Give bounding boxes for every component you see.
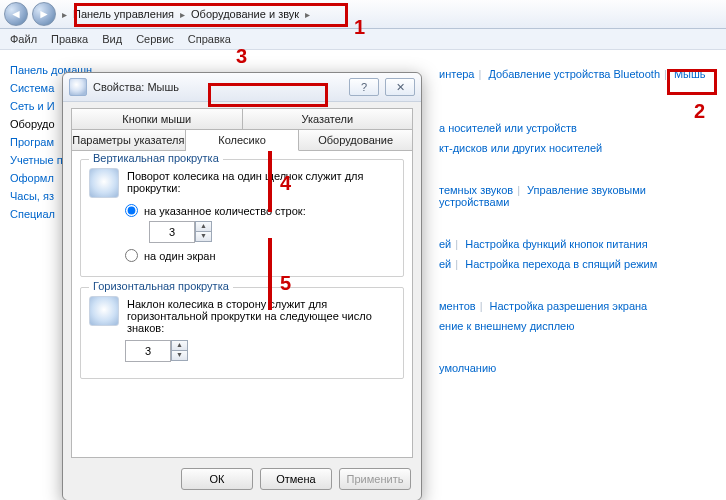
spin-up-icon[interactable]: ▲	[195, 221, 212, 232]
radio-lines-label: на указанное количество строк:	[144, 205, 306, 217]
close-button[interactable]: ✕	[385, 78, 415, 96]
link-system-sounds[interactable]: темных звуков	[439, 184, 513, 196]
tab-buttons[interactable]: Кнопки мыши	[71, 108, 243, 130]
ok-button[interactable]: ОК	[181, 468, 253, 490]
tab-strip: Кнопки мыши Указатели Параметры указател…	[63, 102, 421, 151]
breadcrumb-bar: ◄ ► ▸ Панель управления ▸ Оборудование и…	[0, 0, 726, 29]
breadcrumb-sep-icon: ▸	[178, 9, 187, 20]
chars-spin-input[interactable]	[125, 340, 171, 362]
horizontal-scroll-group: Горизонтальная прокрутка Наклон колесика…	[80, 287, 404, 379]
dialog-title: Свойства: Мышь	[93, 81, 343, 93]
breadcrumb-item-control-panel[interactable]: Панель управления	[73, 8, 174, 20]
link-mouse[interactable]: Мышь	[674, 68, 706, 80]
tab-pointer-options[interactable]: Параметры указателя	[71, 130, 186, 151]
nav-back-icon[interactable]: ◄	[4, 2, 28, 26]
vertical-scroll-desc: Поворот колесика на один щелчок служит д…	[127, 168, 395, 194]
tab-wheel[interactable]: Колесико	[186, 130, 300, 151]
wheel-icon	[89, 168, 119, 198]
menu-file[interactable]: Файл	[10, 33, 37, 45]
nav-forward-icon[interactable]: ►	[32, 2, 56, 26]
spin-down-icon[interactable]: ▼	[171, 351, 188, 361]
horizontal-scroll-legend: Горизонтальная прокрутка	[89, 280, 233, 292]
link-disc-media[interactable]: кт-дисков или других носителей	[439, 142, 602, 154]
link-media-devices[interactable]: а носителей или устройств	[439, 122, 577, 134]
cancel-button[interactable]: Отмена	[260, 468, 332, 490]
link-fragment[interactable]: ей	[439, 258, 451, 270]
link-external-display[interactable]: ение к внешнему дисплею	[439, 320, 574, 332]
link-printers[interactable]: интера	[439, 68, 475, 80]
menu-view[interactable]: Вид	[102, 33, 122, 45]
breadcrumb-sep-icon: ▸	[303, 9, 312, 20]
dialog-button-row: ОК Отмена Применить	[63, 458, 421, 500]
dialog-titlebar: Свойства: Мышь ? ✕	[63, 73, 421, 102]
link-fragment[interactable]: ей	[439, 238, 451, 250]
spin-up-icon[interactable]: ▲	[171, 340, 188, 351]
link-sleep-mode[interactable]: Настройка перехода в спящий режим	[465, 258, 657, 270]
link-add-bluetooth[interactable]: Добавление устройства Bluetooth	[488, 68, 660, 80]
radio-lines-input[interactable]	[125, 204, 138, 217]
link-fragment[interactable]: ментов	[439, 300, 476, 312]
tab-hardware[interactable]: Оборудование	[299, 130, 413, 151]
apply-button[interactable]: Применить	[339, 468, 411, 490]
link-screen-resolution[interactable]: Настройка разрешения экрана	[490, 300, 648, 312]
radio-screen-label: на один экран	[144, 250, 216, 262]
breadcrumb-sep-icon: ▸	[60, 9, 69, 20]
vertical-scroll-group: Вертикальная прокрутка Поворот колесика …	[80, 159, 404, 277]
mouse-icon	[69, 78, 87, 96]
vertical-scroll-legend: Вертикальная прокрутка	[89, 152, 223, 164]
spin-down-icon[interactable]: ▼	[195, 232, 212, 242]
menu-service[interactable]: Сервис	[136, 33, 174, 45]
radio-lines[interactable]: на указанное количество строк:	[125, 204, 395, 217]
horizontal-scroll-desc: Наклон колесика в сторону служит для гор…	[127, 296, 395, 334]
menu-edit[interactable]: Правка	[51, 33, 88, 45]
mouse-properties-dialog: Свойства: Мышь ? ✕ Кнопки мыши Указатели…	[62, 72, 422, 500]
help-button[interactable]: ?	[349, 78, 379, 96]
wheel-tilt-icon	[89, 296, 119, 326]
tab-pointers[interactable]: Указатели	[243, 108, 414, 130]
radio-screen-input[interactable]	[125, 249, 138, 262]
link-power-buttons[interactable]: Настройка функций кнопок питания	[465, 238, 647, 250]
menubar: Файл Правка Вид Сервис Справка	[0, 29, 726, 50]
link-defaults[interactable]: умолчанию	[439, 362, 496, 374]
lines-spin-input[interactable]	[149, 221, 195, 243]
breadcrumb-item-hardware-sound[interactable]: Оборудование и звук	[191, 8, 299, 20]
radio-screen[interactable]: на один экран	[125, 249, 395, 262]
tab-wheel-body: Вертикальная прокрутка Поворот колесика …	[71, 151, 413, 458]
menu-help[interactable]: Справка	[188, 33, 231, 45]
